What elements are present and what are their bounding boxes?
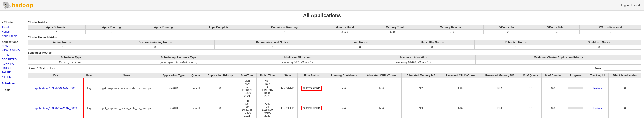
sm-col-type: Scheduler Type: [28, 55, 114, 60]
cn-val-unhealthy: 0: [390, 45, 474, 50]
hadoop-wordmark: hadoop: [12, 2, 33, 9]
sidebar-item-killed[interactable]: KILLED: [2, 75, 23, 79]
sidebar-applications-label: Applications: [2, 40, 23, 43]
col-res-mem[interactable]: Reserved Memory MB: [480, 73, 519, 78]
tools-nav-header[interactable]: › Tools: [2, 88, 23, 91]
sm-col-resource-type: Scheduling Resource Type: [114, 55, 243, 60]
col-name[interactable]: Name: [95, 73, 158, 78]
sidebar-item-finished[interactable]: FINISHED: [2, 66, 23, 71]
app-id-link[interactable]: application_1633679422837_0009: [35, 107, 77, 110]
cell-pct-queue: 0.0: [519, 98, 542, 118]
col-progress[interactable]: Progress: [565, 73, 587, 78]
cell-final-status: SUCCEEDED: [297, 78, 326, 98]
sidebar-item-node-labels[interactable]: Node Labels: [2, 34, 23, 38]
entries-label: entries: [47, 67, 55, 70]
cell-running-containers: N/A: [326, 78, 362, 98]
cn-col-decommissioning: Decommissioning Nodes: [96, 40, 214, 45]
scheduler-metrics-section: Scheduler Metrics Scheduler Type Schedul…: [28, 51, 641, 65]
cluster-metrics-section: Cluster Metrics Apps Submitted Apps Pend…: [28, 21, 641, 34]
cn-col-active: Active Nodes: [28, 40, 96, 45]
sm-col-min-alloc: Minimum Allocation: [243, 55, 352, 60]
cn-val-decommissioning: 0: [96, 45, 214, 50]
col-blacklisted[interactable]: Blacklisted Nodes: [608, 73, 641, 78]
cluster-nav-header[interactable]: ▾ Cluster: [2, 21, 23, 24]
cell-running-containers: N/A: [326, 98, 362, 118]
search-input[interactable]: [604, 66, 641, 71]
sidebar-item-failed[interactable]: FAILED: [2, 70, 23, 75]
app-id-link[interactable]: application_1635479965258_0001: [35, 87, 77, 90]
col-pct-queue[interactable]: % of Queue: [519, 73, 542, 78]
cluster-metrics-table: Apps Submitted Apps Pending Apps Running…: [28, 25, 641, 34]
cn-col-rebooted: Rebooted Nodes: [474, 40, 557, 45]
table-row: application_1635479965258_0001livyget_re…: [28, 78, 641, 98]
cell-user: livy: [84, 98, 95, 118]
cluster-nodes-label: Cluster Nodes Metrics: [28, 36, 641, 39]
cluster-nodes-table: Active Nodes Decommissioning Nodes Decom…: [28, 40, 641, 50]
page-title: All Applications: [0, 11, 644, 19]
cell-name: get_response_action_stats_for_oivic.py: [95, 78, 158, 98]
cn-col-decommissioned: Decommissioned Nodes: [214, 40, 330, 45]
col-pct-cluster[interactable]: % of Cluster: [541, 73, 565, 78]
cell-blacklisted: 0: [608, 98, 641, 118]
tracking-ui-link[interactable]: History: [593, 87, 602, 90]
col-res-cpu[interactable]: Reserved CPU VCores: [441, 73, 480, 78]
sm-val-min-alloc: <memory:512, vCores:1>: [243, 60, 352, 65]
col-alloc-cpu[interactable]: Allocated CPU VCores: [362, 73, 402, 78]
cell-queue: default: [189, 98, 203, 118]
sidebar-item-running[interactable]: RUNNING: [2, 62, 23, 66]
cn-col-shutdown: Shutdown Nodes: [557, 40, 641, 45]
sidebar-item-accepted[interactable]: ACCEPTED: [2, 57, 23, 62]
cell-alloc-cpu: N/A: [362, 78, 402, 98]
sidebar-item-about[interactable]: About: [2, 25, 23, 30]
sidebar-item-new-saving[interactable]: NEW_SAVING: [2, 48, 23, 53]
progress-bar-container: [568, 87, 583, 89]
col-app-type[interactable]: Application Type: [158, 73, 189, 78]
cn-val-decommissioned: 0: [214, 45, 330, 50]
sidebar-scheduler[interactable]: Scheduler: [2, 81, 23, 86]
col-running-containers[interactable]: Running Containers: [326, 73, 362, 78]
cm-val-containers-running: 2: [249, 30, 319, 34]
show-entries-select[interactable]: 100 25 50: [36, 66, 46, 70]
sidebar-item-new[interactable]: NEW: [2, 44, 23, 49]
sidebar-app-links: NEW NEW_SAVING SUBMITTED ACCEPTED RUNNIN…: [2, 44, 23, 79]
search-row: Search: [594, 66, 641, 71]
cm-val-vcores-total: 150: [532, 30, 579, 34]
col-tracking-ui[interactable]: Tracking UI: [587, 73, 608, 78]
sidebar-item-nodes[interactable]: Nodes: [2, 30, 23, 34]
cell-blacklisted: 0: [608, 78, 641, 98]
cm-val-vcores-used: 2: [484, 30, 532, 34]
col-app-priority[interactable]: Application Priority: [203, 73, 238, 78]
show-entries-control: Show 100 25 50 entries: [28, 66, 55, 70]
col-queue[interactable]: Queue: [189, 73, 203, 78]
cell-alloc-mem: N/A: [402, 98, 441, 118]
cell-start-time: MonNov111:10:28+08002021: [238, 78, 257, 98]
main-content: Cluster Metrics Apps Submitted Apps Pend…: [25, 19, 644, 120]
scheduler-metrics-table: Scheduler Type Scheduling Resource Type …: [28, 55, 641, 65]
col-id[interactable]: ID ▼: [28, 73, 84, 78]
cell-state: FINISHED: [278, 98, 297, 118]
cell-pct-cluster: 0.0: [541, 98, 565, 118]
cell-state: FINISHED: [278, 78, 297, 98]
cell-finish-time: MonNov111:11:15+08002021: [257, 78, 278, 98]
sidebar-item-submitted[interactable]: SUBMITTED: [2, 53, 23, 57]
sm-val-resource-type: [memory-mb (unit=Mi), vcores]: [114, 60, 243, 65]
cell-pct-cluster: 0.0: [541, 78, 565, 98]
cm-col-apps-pending: Apps Pending: [86, 25, 137, 30]
col-final-status[interactable]: FinalStatus: [297, 73, 326, 78]
col-state[interactable]: State: [278, 73, 297, 78]
col-finish-time[interactable]: FinishTime: [257, 73, 278, 78]
col-start-time[interactable]: StartTime: [238, 73, 257, 78]
cm-col-apps-running: Apps Running: [137, 25, 190, 30]
cm-val-vcores-reserved: 0: [579, 30, 641, 34]
cell-name: get_response_action_stats_for_oivic.py: [95, 98, 158, 118]
hadoop-logo: 🐘 hadoop: [3, 1, 33, 9]
col-alloc-mem[interactable]: Allocated Memory MB: [402, 73, 441, 78]
sm-val-type: Capacity Scheduler: [28, 60, 114, 65]
sm-val-max-priority: 0: [476, 60, 641, 65]
cell-user: livy: [84, 78, 95, 98]
sort-icon-id: ▼: [56, 75, 58, 77]
cell-res-mem: N/A: [480, 98, 519, 118]
col-user[interactable]: User: [84, 73, 95, 78]
table-row: application_1633679422837_0009livyget_re…: [28, 98, 641, 118]
tracking-ui-link[interactable]: History: [593, 107, 602, 110]
